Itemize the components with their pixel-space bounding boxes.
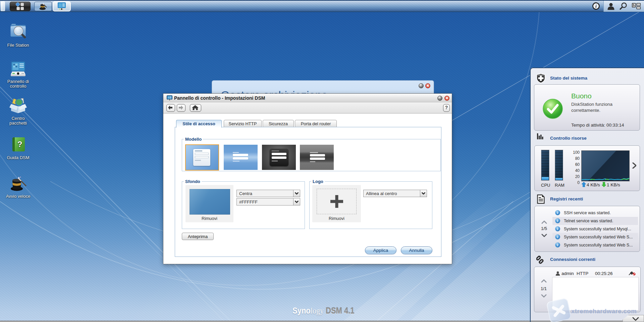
svg-text:?: ? [17, 140, 22, 149]
svg-text:i: i [595, 4, 597, 9]
